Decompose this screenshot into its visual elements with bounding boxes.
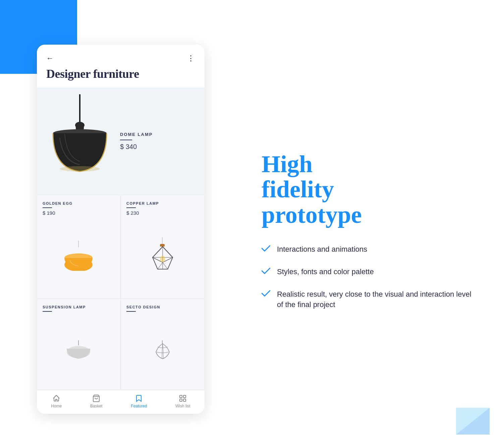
phone-header: ← ⋮ [37, 45, 205, 67]
hero-product-info: DOME LAMP $ 340 [113, 132, 195, 151]
secto-design-divider [126, 311, 136, 312]
secto-design-name: SECTO DESIGN [126, 305, 199, 309]
featured-icon [135, 394, 143, 402]
hero-product-price: $ 340 [120, 143, 195, 151]
product-cell-copper-lamp[interactable]: COPPER LAMP $ 230 [121, 195, 205, 299]
suspension-lamp-divider [43, 311, 52, 312]
feature-item-3: Realistic result, very close to the visu… [262, 289, 476, 310]
wishlist-label: Wish list [175, 404, 190, 408]
feature-item-2: Styles, fonts and color palette [262, 267, 476, 277]
check-icon-2 [262, 267, 270, 274]
home-label: Home [51, 404, 62, 408]
svg-rect-18 [162, 340, 163, 344]
nav-item-featured[interactable]: Featured [131, 394, 147, 408]
dome-lamp-svg [46, 94, 113, 185]
feature-text-1: Interactions and animations [277, 244, 367, 255]
copper-lamp-svg [146, 237, 179, 274]
dome-lamp-image [46, 98, 113, 185]
back-arrow-icon[interactable]: ← [46, 54, 54, 63]
phone-title: Designer furniture [37, 67, 205, 88]
svg-line-13 [158, 262, 163, 269]
golden-egg-price: $ 190 [43, 210, 115, 216]
golden-egg-name: GOLDEN EGG [43, 201, 115, 205]
copper-lamp-name: COPPER LAMP [126, 201, 199, 205]
headline-line1: High [262, 151, 313, 178]
featured-label: Featured [131, 404, 147, 408]
wishlist-icon [179, 394, 187, 402]
feature-item-1: Interactions and animations [262, 244, 476, 255]
check-icon-1 [262, 245, 270, 252]
suspension-lamp-svg [62, 340, 96, 360]
main-layout: ← ⋮ Designer furniture [0, 0, 503, 448]
svg-rect-8 [160, 244, 165, 247]
svg-rect-7 [162, 237, 163, 244]
svg-rect-5 [78, 241, 79, 247]
phone-card: ← ⋮ Designer furniture [37, 45, 205, 414]
svg-rect-22 [180, 399, 182, 401]
suspension-lamp-name: SUSPENSION LAMP [43, 305, 115, 309]
secto-design-image [126, 316, 199, 384]
nav-item-wishlist[interactable]: Wish list [175, 394, 190, 408]
feature-text-3: Realistic result, very close to the visu… [277, 289, 476, 310]
golden-egg-divider [43, 207, 52, 208]
secto-design-svg [149, 340, 176, 360]
product-cell-secto-design[interactable]: SECTO DESIGN [121, 299, 205, 390]
basket-icon [92, 394, 100, 402]
headline: High fidelity prototype [262, 152, 476, 228]
copper-lamp-divider [126, 207, 136, 208]
headline-line2: fidelity [262, 176, 334, 203]
product-cell-golden-egg[interactable]: GOLDEN EGG $ 190 [37, 195, 121, 299]
more-menu-icon[interactable]: ⋮ [187, 54, 195, 63]
svg-point-15 [160, 256, 165, 262]
hero-product-divider [120, 140, 132, 140]
svg-rect-16 [78, 340, 79, 345]
headline-line3: prototype [262, 201, 362, 228]
bottom-nav: Home Basket [37, 390, 205, 414]
golden-egg-svg [60, 241, 97, 271]
feature-text-2: Styles, fonts and color palette [277, 267, 374, 277]
basket-label: Basket [90, 404, 103, 408]
products-grid: GOLDEN EGG $ 190 [37, 195, 205, 390]
svg-rect-23 [183, 399, 186, 401]
feature-list: Interactions and animations Styles, font… [262, 244, 476, 310]
product-cell-suspension-lamp[interactable]: SUSPENSION LAMP [37, 299, 121, 390]
svg-rect-20 [180, 395, 182, 398]
golden-egg-image [43, 218, 115, 293]
nav-item-home[interactable]: Home [51, 394, 62, 408]
svg-rect-21 [183, 395, 186, 398]
svg-rect-2 [76, 124, 84, 130]
check-icon-3 [262, 290, 270, 297]
copper-lamp-price: $ 230 [126, 210, 199, 216]
right-content-area: High fidelity prototype Interactions and… [241, 0, 503, 448]
svg-rect-0 [79, 94, 80, 125]
suspension-lamp-image [43, 316, 115, 384]
phone-area: ← ⋮ Designer furniture [0, 0, 241, 448]
home-icon [52, 394, 60, 402]
hero-section: DOME LAMP $ 340 [37, 88, 205, 195]
svg-point-4 [60, 166, 100, 171]
svg-line-14 [163, 262, 168, 269]
nav-item-basket[interactable]: Basket [90, 394, 103, 408]
copper-lamp-image [126, 218, 199, 293]
hero-product-name: DOME LAMP [120, 132, 195, 137]
